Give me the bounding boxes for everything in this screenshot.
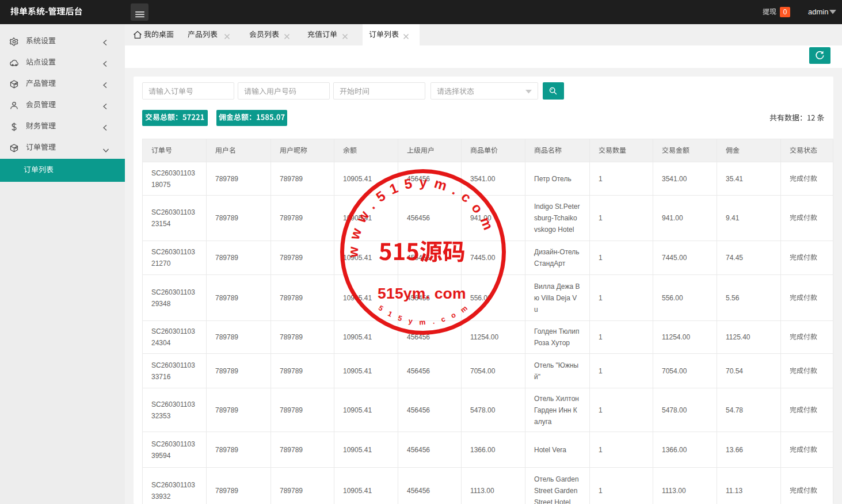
- svg-text:www.515ym.com: www.515ym.com: [345, 174, 498, 258]
- svg-text:515ym. com: 515ym. com: [378, 285, 466, 302]
